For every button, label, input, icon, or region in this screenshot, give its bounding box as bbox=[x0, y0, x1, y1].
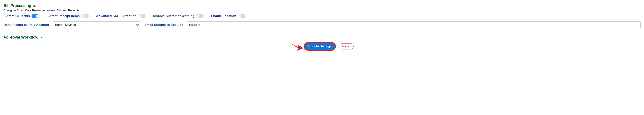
default-mark-paid-select[interactable]: Bank - Savings bbox=[52, 21, 141, 28]
extract-bill-items-toggle[interactable] bbox=[32, 14, 39, 18]
section-divider bbox=[21, 31, 640, 31]
email-subject-exclude-input[interactable] bbox=[187, 21, 640, 28]
reset-button[interactable]: Reset bbox=[339, 43, 354, 49]
advanced-sku-label: Advanced SKU Extraction bbox=[96, 14, 136, 18]
advanced-sku-toggle[interactable] bbox=[138, 14, 146, 18]
update-settings-button[interactable]: Update Settings bbox=[304, 42, 336, 51]
collapse-down-icon[interactable] bbox=[40, 36, 42, 38]
highlight-arrow-icon bbox=[290, 42, 303, 50]
disable-customer-warning-label: Disable Customer Warning bbox=[153, 14, 195, 18]
approval-workflow-title[interactable]: Approval Workflow bbox=[4, 35, 38, 39]
collapse-up-icon[interactable] bbox=[33, 5, 36, 7]
email-subject-exclude-label: Email Subject to Exclude bbox=[144, 23, 183, 27]
bill-processing-description: Configure Smart Data Reader to process B… bbox=[4, 9, 640, 12]
enable-location-toggle[interactable] bbox=[238, 14, 246, 18]
disable-customer-warning-toggle[interactable] bbox=[196, 14, 204, 18]
extract-bill-items-label: Extract Bill Items bbox=[4, 14, 30, 18]
bill-processing-title[interactable]: Bill Processing bbox=[4, 3, 31, 8]
extract-receipt-items-toggle[interactable] bbox=[81, 14, 89, 18]
enable-location-label: Enable Location bbox=[211, 14, 236, 18]
extract-receipt-items-label: Extract Receipt Items bbox=[46, 14, 80, 18]
default-mark-paid-label: Default Mark as Paid Account bbox=[4, 23, 49, 27]
